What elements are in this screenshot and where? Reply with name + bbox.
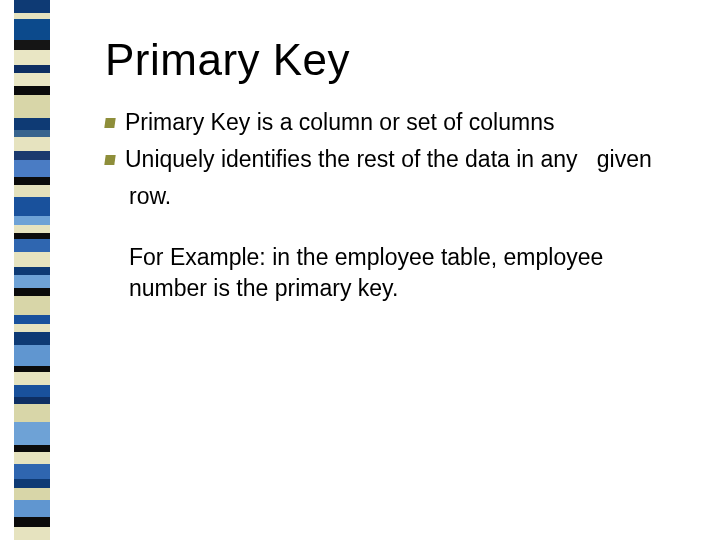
stripe	[14, 404, 50, 421]
stripe	[14, 225, 50, 233]
slide-title: Primary Key	[105, 35, 680, 85]
example-block: For Example: in the employee table, empl…	[105, 242, 680, 304]
stripe	[14, 216, 50, 226]
slide: Primary Key Primary Key is a column or s…	[0, 0, 720, 540]
spacer	[105, 212, 680, 242]
stripe	[14, 177, 50, 185]
stripe	[14, 445, 50, 453]
stripe	[14, 130, 50, 138]
stripe	[14, 151, 50, 161]
bullet-text: given	[597, 146, 652, 172]
stripe	[14, 345, 50, 366]
stripe	[14, 332, 50, 345]
stripe	[14, 527, 50, 540]
stripe	[14, 86, 50, 96]
stripe	[14, 452, 50, 463]
stripe	[14, 479, 50, 489]
stripe	[14, 50, 50, 65]
stripe	[14, 422, 50, 445]
bullet-icon	[104, 155, 115, 165]
stripe	[14, 73, 50, 86]
stripe	[14, 296, 50, 315]
stripe	[14, 197, 50, 216]
stripe	[14, 0, 50, 13]
bullet-item: Primary Key is a column or set of column…	[105, 107, 680, 138]
stripe	[14, 275, 50, 288]
decorative-sidebar	[14, 0, 50, 540]
stripe	[14, 315, 50, 325]
stripe	[14, 324, 50, 332]
stripe	[14, 267, 50, 275]
stripe	[14, 239, 50, 252]
stripe	[14, 95, 50, 118]
stripe	[14, 40, 50, 50]
content-area: Primary Key Primary Key is a column or s…	[105, 35, 680, 304]
stripe	[14, 137, 50, 150]
bullet-text: Uniquely identifies the rest of the data…	[125, 146, 578, 172]
bullet-continuation: row.	[105, 181, 680, 212]
stripe	[14, 385, 50, 396]
stripe	[14, 288, 50, 296]
example-line: For Example: in the employee table, empl…	[129, 242, 680, 273]
stripe	[14, 160, 50, 177]
stripe	[14, 19, 50, 40]
example-line: number is the primary key.	[129, 273, 680, 304]
stripe	[14, 488, 50, 499]
stripe	[14, 397, 50, 405]
stripe	[14, 464, 50, 479]
stripe	[14, 372, 50, 385]
stripe	[14, 118, 50, 129]
bullet-icon	[104, 118, 115, 128]
bullet-text: Primary Key is a column or set of column…	[125, 109, 554, 135]
stripe	[14, 252, 50, 267]
stripe	[14, 517, 50, 527]
stripe	[14, 185, 50, 196]
bullet-item: Uniquely identifies the rest of the data…	[105, 144, 680, 175]
stripe	[14, 65, 50, 73]
bullet-list: Primary Key is a column or set of column…	[105, 107, 680, 304]
stripe	[14, 500, 50, 517]
